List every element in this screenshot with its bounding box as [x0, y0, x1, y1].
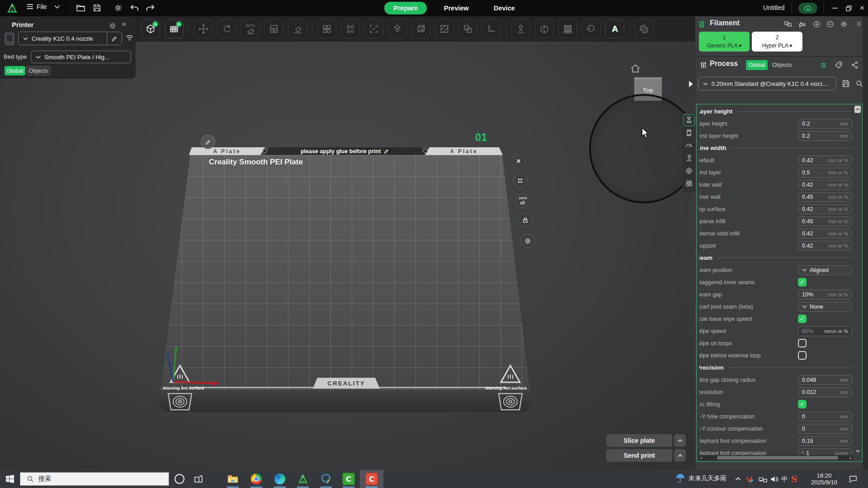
add-filament-icon[interactable] — [813, 20, 821, 28]
wifi-icon[interactable] — [125, 34, 134, 42]
lay-on-face-button[interactable] — [288, 19, 307, 38]
auto-orient-plate-button[interactable]: AUTO — [515, 193, 530, 208]
category-speed-icon[interactable] — [683, 140, 695, 151]
rename-plate-button[interactable] — [201, 135, 215, 149]
param-input[interactable]: 0.45mm or % — [798, 192, 852, 202]
scope-tab-objects[interactable]: Objects — [26, 66, 51, 75]
redo-icon[interactable] — [146, 4, 155, 12]
param-input[interactable]: 0mm — [798, 424, 852, 434]
cloud-account-button[interactable] — [798, 3, 817, 14]
remove-filament-icon[interactable] — [826, 20, 834, 28]
filament-mapping-icon[interactable] — [784, 20, 792, 28]
cortana-button[interactable] — [173, 472, 186, 486]
param-checkbox[interactable] — [798, 339, 807, 347]
param-input[interactable]: 0.42mm or % — [798, 229, 852, 239]
category-others-icon[interactable] — [683, 178, 695, 189]
lock-plate-button[interactable] — [518, 213, 533, 227]
edit-printer-pencil-icon[interactable] — [111, 35, 118, 42]
scroll-left-arrow[interactable]: ‹ — [698, 455, 704, 460]
rotate-button[interactable] — [217, 19, 236, 38]
param-input[interactable]: 0.42mm or % — [798, 204, 852, 214]
assembly-button[interactable] — [388, 19, 407, 38]
param-table-icon[interactable] — [819, 61, 827, 69]
param-input[interactable]: 0.42mm or % — [798, 155, 852, 165]
texture-button[interactable] — [435, 19, 454, 38]
horizontal-scroll-thumb[interactable] — [717, 456, 838, 460]
category-strength-icon[interactable] — [683, 127, 695, 139]
process-tab-objects[interactable]: Objects — [772, 61, 792, 68]
tab-prepare[interactable]: Prepare — [384, 2, 427, 14]
split-to-objects-button[interactable] — [317, 19, 336, 38]
param-input[interactable]: 0mm — [798, 412, 852, 422]
network-icon[interactable] — [759, 476, 767, 483]
share-params-icon[interactable] — [851, 61, 859, 69]
weather-widget[interactable]: 未来几天多雨 — [675, 474, 726, 483]
panel-expand-arrow[interactable] — [689, 81, 693, 87]
sogou-tray-icon[interactable]: S — [791, 474, 797, 484]
taskbar-app-messenger[interactable] — [319, 472, 333, 486]
param-input[interactable]: 0.45mm or % — [798, 216, 852, 226]
file-menu[interactable]: File — [26, 3, 60, 10]
slice-plate-button[interactable]: Slice plate — [606, 434, 672, 447]
plate-tab-right[interactable]: A Plate — [425, 147, 503, 155]
taskbar-app-edge[interactable] — [273, 472, 287, 486]
auto-orient-button[interactable]: AUTO — [241, 19, 260, 38]
printer-settings-gear-icon[interactable] — [108, 22, 117, 30]
preset-tag-icon[interactable] — [835, 61, 843, 69]
scale-button[interactable] — [364, 19, 383, 38]
param-checkbox[interactable]: ✓ — [798, 278, 807, 286]
add-model-button[interactable]: + — [141, 19, 160, 38]
open-file-icon[interactable] — [76, 4, 85, 12]
collapse-panel-icon[interactable]: « — [122, 20, 126, 28]
param-input[interactable]: 0.5mm or % — [798, 168, 852, 178]
param-input[interactable]: 10%mm or % — [798, 290, 852, 300]
slice-options-caret[interactable] — [674, 434, 686, 447]
tab-preview[interactable]: Preview — [435, 2, 478, 14]
boolean-button[interactable] — [458, 19, 477, 38]
move-button[interactable] — [194, 19, 213, 38]
start-button[interactable] — [6, 475, 14, 483]
home-view-icon[interactable] — [630, 63, 641, 74]
category-quality-icon[interactable] — [683, 114, 695, 126]
text-tool-button[interactable]: A — [605, 19, 624, 38]
measure-button[interactable] — [482, 19, 501, 38]
glue-notice-bar[interactable]: please apply glue before print — [265, 147, 425, 155]
color-paint-button[interactable] — [582, 19, 601, 38]
process-tab-global[interactable]: Global — [746, 60, 768, 70]
collapse-section-icon[interactable] — [856, 22, 862, 26]
horizontal-scrollbar[interactable]: ‹ › — [698, 455, 854, 460]
bed-type-select[interactable]: Smooth PEI Plate / Hig... — [31, 51, 131, 63]
param-select[interactable]: None — [798, 302, 852, 312]
delete-plate-button[interactable]: × — [511, 154, 526, 169]
action-center-icon[interactable] — [849, 475, 857, 483]
taskbar-app-file-explorer[interactable] — [226, 472, 240, 486]
tray-v-icon[interactable] — [746, 475, 754, 483]
param-checkbox[interactable]: ✓ — [798, 400, 807, 408]
scroll-down-button[interactable] — [854, 448, 861, 454]
taskbar-app-app-green-c[interactable]: C — [342, 472, 355, 486]
speaker-icon[interactable] — [770, 475, 779, 483]
category-seam-icon[interactable] — [683, 165, 695, 177]
taskbar-app-app-red-c[interactable]: C — [365, 472, 378, 486]
save-preset-icon[interactable] — [842, 80, 850, 88]
plate-tab-left[interactable]: A Plate — [189, 147, 265, 155]
scope-tab-global[interactable]: Global — [5, 66, 25, 75]
param-input[interactable]: 0.42mm or % — [798, 241, 852, 251]
add-plate-button[interactable]: + — [165, 19, 184, 38]
param-input[interactable]: 0.15mm — [798, 436, 852, 446]
filament-settings-gear-icon[interactable] — [840, 20, 848, 28]
taskbar-app-chrome[interactable] — [250, 472, 263, 486]
param-input[interactable]: 0.2mm — [798, 131, 852, 141]
scroll-right-arrow[interactable]: › — [847, 455, 854, 460]
scroll-up-button[interactable] — [854, 106, 861, 113]
settings-gear-icon[interactable] — [114, 4, 123, 12]
flush-faucet-icon[interactable] — [798, 20, 807, 28]
plugin-button[interactable] — [635, 19, 654, 38]
send-print-button[interactable]: Send print — [606, 449, 672, 462]
send-options-caret[interactable] — [674, 449, 686, 462]
save-icon[interactable] — [93, 4, 101, 12]
arrange-button[interactable] — [264, 19, 283, 38]
split-to-parts-button[interactable] — [341, 19, 360, 38]
task-view-button[interactable] — [192, 472, 205, 486]
cut-button[interactable] — [535, 19, 554, 38]
